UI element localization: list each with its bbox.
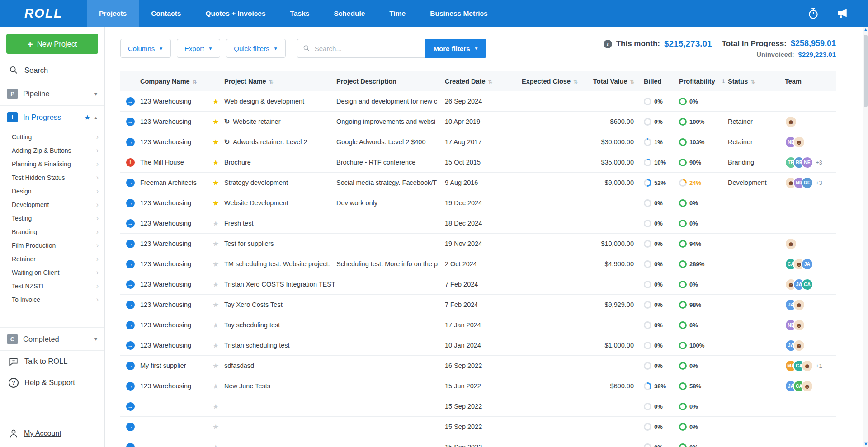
sidebar-status-item[interactable]: Test Hidden Status › [12, 171, 104, 184]
table-row[interactable]: → 123 Warehousing ★ Fresh test 18 Dec 20… [120, 213, 836, 234]
export-dropdown[interactable]: Export ▼ [177, 39, 220, 58]
nav-tab-projects[interactable]: Projects [87, 0, 139, 27]
expand-row-icon[interactable]: → [126, 402, 135, 411]
company-name[interactable]: 123 Warehousing [140, 240, 212, 247]
company-name[interactable]: 123 Warehousing [140, 382, 212, 390]
favorite-star-icon[interactable]: ★ [212, 159, 219, 166]
favorite-star-icon[interactable]: ★ [212, 98, 219, 105]
vertical-scrollbar[interactable]: ▲ ▼ [863, 27, 868, 447]
table-row[interactable]: → 123 Warehousing ★ TM scheduling test. … [120, 254, 836, 274]
scrollbar-thumb[interactable] [864, 35, 868, 107]
expand-row-icon[interactable]: → [126, 301, 135, 309]
sort-icon[interactable]: ⇅ [193, 79, 197, 85]
company-name[interactable]: 123 Warehousing [140, 138, 212, 146]
favorite-star-icon[interactable]: ★ [212, 118, 219, 126]
sidebar-section-pipeline[interactable]: P Pipeline ▾ [0, 82, 104, 105]
megaphone-icon[interactable] [836, 8, 848, 19]
expand-row-icon[interactable]: → [126, 382, 135, 391]
sidebar-status-item[interactable]: Adding Zip & Buttons › [12, 144, 104, 157]
chevron-down-icon[interactable]: ▾ [94, 336, 97, 342]
expand-row-icon[interactable]: → [126, 138, 135, 146]
sidebar-status-item[interactable]: Waiting on Client › [12, 266, 104, 279]
more-filters-button[interactable]: More filters ▼ [425, 39, 487, 58]
favorite-star-icon[interactable]: ★ [212, 179, 219, 187]
expand-row-icon[interactable]: → [126, 443, 135, 447]
this-month-value[interactable]: $215,273.01 [664, 39, 712, 49]
project-name[interactable]: Tristan scheduling test [224, 342, 290, 349]
project-name[interactable]: Test for suppliers [224, 240, 274, 247]
sidebar-status-item[interactable]: Test NZSTI › [12, 279, 104, 293]
quick-filters-dropdown[interactable]: Quick filters ▼ [226, 39, 285, 58]
favorite-star-icon[interactable]: ★ [212, 281, 219, 288]
sidebar-section-completed[interactable]: C Completed ▾ [0, 327, 104, 351]
alert-icon[interactable]: ! [126, 158, 135, 167]
column-header-company[interactable]: Company Name⇅ [140, 78, 212, 85]
table-row[interactable]: → ★ 15 Sep 2022 0% 0% [120, 396, 836, 417]
table-row[interactable]: → 123 Warehousing ★ Web design & develop… [120, 91, 836, 112]
nav-tab-schedule[interactable]: Schedule [321, 0, 377, 27]
sort-icon[interactable]: ⇅ [630, 79, 634, 85]
column-header-expected-close[interactable]: Expected Close⇅ [522, 78, 593, 85]
nav-tab-time[interactable]: Time [377, 0, 418, 27]
sidebar-status-item[interactable]: Retainer › [12, 252, 104, 266]
project-name[interactable]: Brochure [224, 159, 251, 166]
new-project-button[interactable]: + New Project [6, 34, 98, 54]
company-name[interactable]: 123 Warehousing [140, 199, 212, 207]
favorite-star-icon[interactable]: ★ [212, 362, 219, 370]
star-filter-icon[interactable]: ★ [85, 113, 90, 122]
company-name[interactable]: 123 Warehousing [140, 281, 212, 288]
sort-icon[interactable]: ⇅ [269, 79, 274, 85]
expand-row-icon[interactable]: → [126, 179, 135, 187]
sort-icon[interactable]: ⇅ [488, 79, 492, 85]
sidebar-status-item[interactable]: Film Production › [12, 239, 104, 252]
scroll-up-arrow-icon[interactable]: ▲ [863, 27, 868, 32]
sort-icon[interactable]: ⇅ [721, 78, 725, 85]
favorite-star-icon[interactable]: ★ [212, 423, 219, 431]
expand-row-icon[interactable]: → [126, 219, 135, 228]
sidebar-status-item[interactable]: To Invoice › [12, 293, 104, 306]
favorite-star-icon[interactable]: ★ [212, 321, 219, 329]
table-row[interactable]: → 123 Warehousing ★ ↻Adwords retainer: L… [120, 132, 836, 152]
scroll-down-arrow-icon[interactable]: ▼ [863, 441, 868, 447]
project-name[interactable]: Tristan Xero COSTS Integration TEST [224, 281, 335, 288]
table-row[interactable]: → 123 Warehousing ★ Tay Xero Costs Test … [120, 295, 836, 315]
nav-tab-quotes-invoices[interactable]: Quotes + Invoices [193, 0, 278, 27]
project-name[interactable]: Website Development [224, 199, 288, 207]
company-name[interactable]: 123 Warehousing [140, 98, 212, 105]
table-row[interactable]: → 123 Warehousing ★ Tristan scheduling t… [120, 335, 836, 356]
table-row[interactable]: → Freeman Architects ★ Strategy developm… [120, 173, 836, 193]
company-name[interactable]: My first supplier [140, 362, 212, 369]
favorite-star-icon[interactable]: ★ [212, 443, 219, 447]
nav-tab-contacts[interactable]: Contacts [139, 0, 193, 27]
timer-icon[interactable] [807, 8, 819, 19]
sidebar-status-item[interactable]: Planning & Finalising › [12, 157, 104, 171]
chevron-down-icon[interactable]: ▾ [94, 91, 97, 97]
expand-row-icon[interactable]: → [126, 118, 135, 126]
table-row[interactable]: → My first supplier ★ sdfasdasd 16 Sep 2… [120, 356, 836, 376]
sidebar-item-my-account[interactable]: My Account [0, 419, 104, 447]
favorite-star-icon[interactable]: ★ [212, 260, 219, 268]
project-name[interactable]: Fresh test [224, 220, 253, 227]
expand-row-icon[interactable]: → [126, 321, 135, 329]
project-name[interactable]: New June Tests [224, 382, 270, 390]
search-input[interactable] [315, 45, 420, 52]
company-name[interactable]: 123 Warehousing [140, 342, 212, 349]
table-row[interactable]: → 123 Warehousing ★ Website Development … [120, 193, 836, 213]
sidebar-item-help-support[interactable]: ? Help & Support [0, 372, 104, 393]
favorite-star-icon[interactable]: ★ [212, 403, 219, 410]
sidebar-status-item[interactable]: Testing › [12, 212, 104, 225]
project-name[interactable]: Tay Xero Costs Test [224, 301, 283, 308]
company-name[interactable]: 123 Warehousing [140, 260, 212, 268]
company-name[interactable]: 123 Warehousing [140, 321, 212, 329]
app-logo[interactable]: ROLL [0, 0, 87, 27]
expand-row-icon[interactable]: → [126, 362, 135, 370]
favorite-star-icon[interactable]: ★ [212, 220, 219, 227]
expand-row-icon[interactable]: → [126, 341, 135, 350]
company-name[interactable]: Freeman Architects [140, 179, 212, 186]
info-icon[interactable]: i [604, 40, 612, 48]
table-row[interactable]: → 123 Warehousing ★ Tay scheduling test … [120, 315, 836, 335]
company-name[interactable]: The Mill House [140, 159, 212, 166]
sidebar-section-in-progress[interactable]: I In Progress ★ ▴ [0, 105, 104, 129]
sidebar-status-item[interactable]: Branding › [12, 225, 104, 239]
nav-tab-tasks[interactable]: Tasks [278, 0, 322, 27]
